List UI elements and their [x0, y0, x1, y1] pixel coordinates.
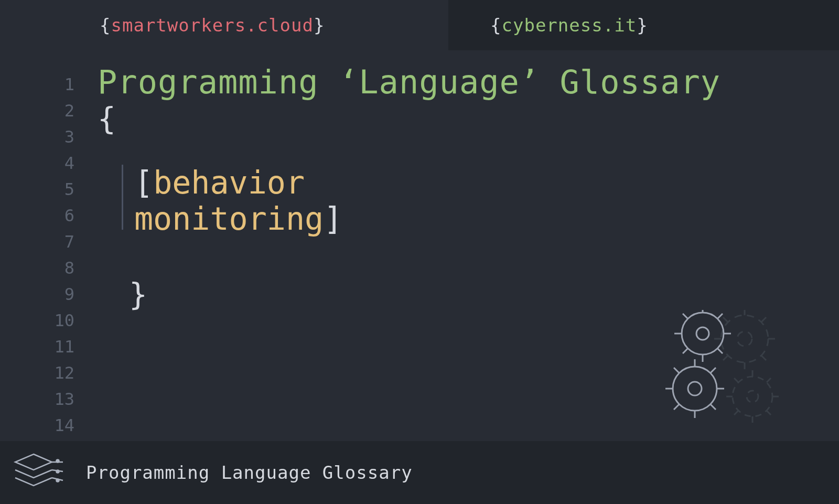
- svg-line-37: [734, 378, 738, 382]
- line-number: 1: [0, 71, 74, 98]
- svg-point-11: [696, 327, 709, 340]
- svg-point-30: [733, 377, 772, 416]
- line-number: 6: [0, 202, 74, 229]
- svg-line-38: [767, 411, 771, 415]
- svg-point-1: [737, 331, 752, 346]
- svg-point-21: [688, 382, 702, 395]
- svg-line-18: [717, 348, 723, 353]
- svg-marker-40: [15, 454, 52, 470]
- bracket-close: ]: [324, 200, 342, 237]
- line-number: 10: [0, 307, 74, 334]
- close-brace-line: }: [129, 279, 818, 311]
- open-brace-line: {: [98, 103, 818, 135]
- svg-line-16: [717, 314, 723, 319]
- tab-cyberness[interactable]: { cyberness.it }: [448, 0, 839, 50]
- svg-line-44: [52, 470, 63, 471]
- svg-line-19: [683, 348, 688, 353]
- svg-line-9: [723, 356, 728, 360]
- svg-line-28: [711, 404, 716, 410]
- line-number: 12: [0, 360, 74, 386]
- footer-bar: Programming Language Glossary: [0, 441, 839, 504]
- bracket-open: [: [134, 164, 153, 201]
- line-number: 11: [0, 334, 74, 360]
- svg-point-31: [747, 391, 758, 402]
- layers-icon: [13, 452, 65, 494]
- tab-label: cyberness.it: [501, 15, 637, 36]
- line-number-gutter: 1234567891011121314: [0, 50, 89, 441]
- line-number: 13: [0, 386, 74, 412]
- svg-line-26: [711, 368, 716, 373]
- svg-point-20: [673, 367, 717, 411]
- line-number: 5: [0, 176, 74, 202]
- svg-line-7: [723, 317, 728, 322]
- glossary-term: [behavior monitoring]: [134, 165, 533, 237]
- svg-line-36: [767, 378, 771, 382]
- svg-line-17: [683, 314, 688, 319]
- term-text-line1: behavior: [153, 164, 305, 201]
- svg-point-0: [721, 315, 768, 362]
- indent-guide: [122, 165, 123, 230]
- tab-bar: { smartworkers.cloud } { cyberness.it }: [0, 0, 839, 50]
- tab-label: smartworkers.cloud: [111, 15, 313, 36]
- tab-smartworkers[interactable]: { smartworkers.cloud }: [0, 0, 448, 50]
- brace-close: }: [637, 15, 648, 36]
- line-number: 4: [0, 150, 74, 176]
- line-number: 3: [0, 124, 74, 150]
- line-number: 14: [0, 412, 74, 438]
- brace-open: {: [490, 15, 501, 36]
- footer-title: Programming Language Glossary: [86, 462, 413, 483]
- term-text-line2: monitoring: [134, 200, 324, 237]
- svg-line-39: [734, 411, 738, 415]
- line-number: 8: [0, 255, 74, 281]
- brace-open: {: [100, 15, 111, 36]
- svg-line-29: [674, 404, 679, 410]
- brace-close: }: [314, 15, 325, 36]
- gears-icon: [655, 310, 792, 425]
- svg-line-6: [761, 317, 766, 322]
- title-line: Programming ‘Language’ Glossary: [98, 65, 818, 99]
- term-block: [behavior monitoring]: [98, 165, 818, 237]
- line-number: 9: [0, 281, 74, 307]
- editor: 1234567891011121314 Programming ‘Languag…: [0, 50, 839, 441]
- line-number: 7: [0, 229, 74, 255]
- line-number: 2: [0, 98, 74, 124]
- svg-line-8: [761, 356, 766, 360]
- svg-line-27: [674, 368, 679, 373]
